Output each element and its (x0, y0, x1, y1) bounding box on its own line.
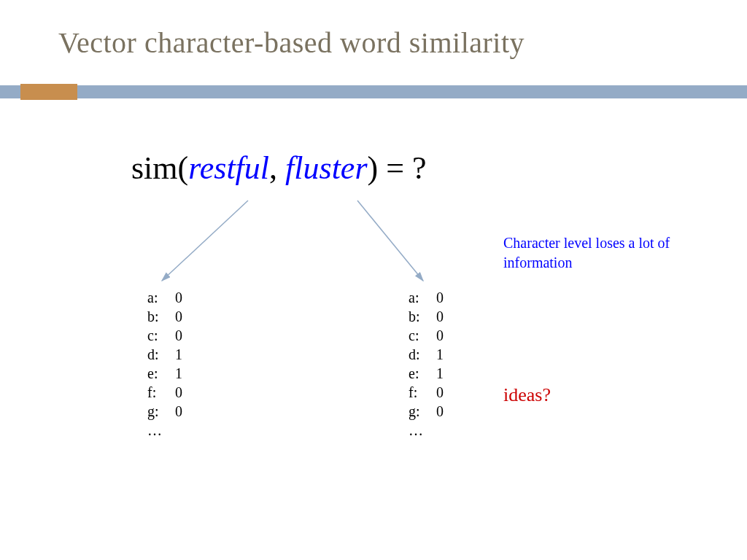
vector-row: d:1 (147, 345, 182, 364)
vector-value: 0 (175, 402, 182, 421)
vector-value: 1 (175, 345, 182, 364)
vector-value: 0 (436, 402, 444, 421)
vector-right: a:0b:0c:0d:1e:1f:0g:0… (409, 288, 444, 440)
vector-value: 0 (436, 326, 444, 345)
vector-value: 0 (436, 288, 444, 307)
accent-block (20, 84, 77, 100)
vector-label: e: (147, 364, 175, 383)
vector-value: 1 (436, 345, 444, 364)
arrow-left (162, 201, 248, 281)
vector-label: c: (147, 326, 175, 345)
vector-row: f:0 (147, 383, 182, 402)
vector-label: a: (147, 288, 175, 307)
vector-row: e:1 (409, 364, 444, 383)
vector-row: b:0 (147, 307, 182, 326)
similarity-formula: sim(restful, fluster) = ? (131, 149, 427, 187)
vector-row: … (147, 421, 182, 440)
vector-row: f:0 (409, 383, 444, 402)
vector-value: 0 (436, 383, 444, 402)
vector-label: d: (409, 345, 436, 364)
vector-row: g:0 (147, 402, 182, 421)
vector-label: d: (147, 345, 175, 364)
formula-sep: , (269, 150, 285, 186)
vector-row: a:0 (147, 288, 182, 307)
slide-title: Vector character-based word similarity (0, 0, 747, 60)
vector-left: a:0b:0c:0d:1e:1f:0g:0… (147, 288, 182, 440)
vector-label: c: (409, 326, 436, 345)
vector-row: b:0 (409, 307, 444, 326)
vector-label: f: (409, 383, 436, 402)
vector-row: c:0 (409, 326, 444, 345)
vector-label: e: (409, 364, 436, 383)
vector-label: … (147, 421, 175, 440)
formula-word-1: restful (188, 150, 269, 186)
accent-bar (0, 85, 747, 98)
vector-value: 0 (175, 288, 182, 307)
arrow-right (357, 201, 423, 281)
vector-value: 0 (175, 383, 182, 402)
vector-value: 0 (175, 326, 182, 345)
vector-label: b: (147, 307, 175, 326)
vector-row: d:1 (409, 345, 444, 364)
vector-value: 1 (175, 364, 182, 383)
formula-suffix: ) = ? (368, 150, 427, 186)
side-note: Character level loses a lot of informati… (503, 233, 708, 273)
vector-value: 0 (436, 307, 444, 326)
vector-row: … (409, 421, 444, 440)
vector-row: g:0 (409, 402, 444, 421)
vector-value: 1 (436, 364, 444, 383)
vector-label: b: (409, 307, 436, 326)
vector-row: c:0 (147, 326, 182, 345)
vector-row: e:1 (147, 364, 182, 383)
vector-label: … (409, 421, 436, 440)
vector-label: a: (409, 288, 436, 307)
ideas-prompt: ideas? (503, 384, 551, 406)
vector-label: g: (147, 402, 175, 421)
formula-prefix: sim( (131, 150, 188, 186)
vector-label: g: (409, 402, 436, 421)
vector-value: 0 (175, 307, 182, 326)
vector-row: a:0 (409, 288, 444, 307)
formula-word-2: fluster (285, 150, 367, 186)
vector-label: f: (147, 383, 175, 402)
